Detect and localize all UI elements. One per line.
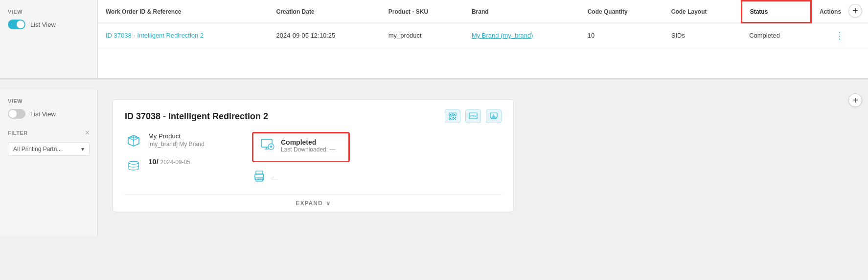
top-layout: VIEW List View + Work Order ID & Referen… (0, 0, 868, 78)
svg-rect-28 (256, 177, 263, 181)
top-toggle-row: List View (8, 20, 90, 29)
download-icon (490, 112, 498, 120)
svg-text:CSV: CSV (470, 115, 476, 118)
bottom-sidebar: VIEW List View FILTER × All Printing Par… (0, 89, 98, 236)
svg-rect-6 (453, 117, 454, 118)
status-icon (260, 138, 276, 156)
product-text: My Product [my_brand] My Brand (148, 132, 205, 148)
top-sidebar: VIEW List View (0, 0, 98, 78)
expand-arrow-icon: ∨ (326, 200, 331, 207)
main-content: + ID 37038 - Intelligent Redirection 2 (98, 89, 868, 236)
col-status: Status (741, 1, 811, 23)
cell-creation-date: 2024-09-05 12:10:25 (269, 23, 381, 48)
bottom-toggle-row: List View (8, 109, 90, 119)
status-text: Completed Last Downloaded: — (281, 138, 335, 153)
svg-rect-10 (455, 119, 456, 120)
card-expand-footer[interactable]: EXPAND ∨ (125, 194, 502, 212)
printer-svg-icon (252, 170, 267, 184)
qr-icon (449, 112, 457, 120)
filter-dropdown[interactable]: All Printing Partn... ▾ (8, 142, 90, 156)
col-code-layout: Code Layout (663, 1, 741, 23)
card-icon-group: CSV (445, 109, 502, 123)
status-last-downloaded: Last Downloaded: — (281, 146, 335, 153)
svg-point-20 (129, 161, 138, 164)
brand-link[interactable]: My Brand (my_brand) (472, 32, 533, 39)
col-product-sku: Product - SKU (381, 1, 464, 23)
filter-value: All Printing Partn... (13, 146, 62, 152)
cell-status: Completed (741, 23, 811, 48)
table-row: ID 37038 - Intelligent Redirection 2 202… (98, 23, 868, 48)
stacked-layers-icon (126, 159, 141, 173)
top-view-label: VIEW (8, 9, 90, 15)
top-add-button[interactable]: + (848, 4, 862, 18)
top-section: VIEW List View + Work Order ID & Referen… (0, 0, 868, 79)
cell-code-quantity: 10 (580, 23, 663, 48)
col-creation-date: Creation Date (269, 1, 381, 23)
svg-line-18 (128, 138, 134, 140)
col-work-order: Work Order ID & Reference (98, 1, 269, 23)
top-table-area: + Work Order ID & Reference Creation Dat… (98, 0, 868, 78)
bottom-list-view-label: List View (30, 110, 56, 118)
status-completed-label: Completed (281, 138, 335, 146)
code-count: 10/ (148, 157, 159, 166)
bottom-add-button[interactable]: + (848, 93, 862, 107)
qr-code-button[interactable] (445, 109, 460, 123)
monitor-icon (260, 138, 276, 153)
card-right-column: Completed Last Downloaded: — (252, 132, 350, 187)
status-box: Completed Last Downloaded: — (252, 132, 350, 162)
product-brand: [my_brand] My Brand (148, 141, 205, 148)
svg-rect-1 (450, 114, 451, 115)
card-body: My Product [my_brand] My Brand (125, 132, 502, 194)
download-button[interactable] (486, 109, 502, 123)
cell-work-order[interactable]: ID 37038 - Intelligent Redirection 2 (98, 23, 269, 48)
csv-download-button[interactable]: CSV (465, 109, 481, 123)
product-icon (125, 132, 142, 150)
actions-menu-button[interactable]: ⋮ (819, 30, 860, 41)
work-orders-table: Work Order ID & Reference Creation Date … (98, 0, 868, 48)
package-icon (126, 133, 141, 148)
card-left-column: My Product [my_brand] My Brand (125, 132, 232, 187)
print-dashes-text: — (272, 175, 278, 182)
print-item: — (252, 170, 350, 187)
filter-label: FILTER (8, 130, 28, 136)
card-header: ID 37038 - Intelligent Redirection 2 (125, 109, 502, 123)
code-count-text: 10/ 2024-09-05 (148, 157, 190, 166)
svg-rect-5 (450, 118, 451, 119)
cell-code-layout: SIDs (663, 23, 741, 48)
work-order-card: ID 37038 - Intelligent Redirection 2 (113, 99, 514, 212)
layers-icon (125, 157, 142, 175)
col-code-quantity: Code Quantity (580, 1, 663, 23)
code-count-item: 10/ 2024-09-05 (125, 157, 232, 175)
svg-line-19 (134, 138, 139, 140)
filter-row: FILTER × (8, 129, 90, 137)
cell-actions[interactable]: ⋮ (811, 23, 868, 48)
filter-arrow-icon: ▾ (81, 146, 84, 152)
csv-icon: CSV (469, 112, 478, 120)
top-list-view-label: List View (30, 21, 56, 28)
bottom-section: VIEW List View FILTER × All Printing Par… (0, 80, 868, 246)
code-date: 2024-09-05 (160, 159, 190, 166)
printer-icon (252, 170, 267, 187)
work-order-link[interactable]: ID 37038 - Intelligent Redirection 2 (106, 32, 204, 39)
expand-label: EXPAND (296, 200, 322, 207)
svg-rect-7 (455, 117, 456, 118)
cell-brand[interactable]: My Brand (my_brand) (464, 23, 580, 48)
svg-rect-9 (453, 119, 454, 120)
svg-point-31 (263, 175, 264, 176)
bottom-layout: VIEW List View FILTER × All Printing Par… (0, 89, 868, 236)
top-list-view-toggle[interactable] (8, 20, 25, 29)
bottom-list-view-toggle[interactable] (8, 109, 25, 119)
cell-product-sku: my_product (381, 23, 464, 48)
col-brand: Brand (464, 1, 580, 23)
svg-rect-3 (454, 114, 455, 115)
card-title: ID 37038 - Intelligent Redirection 2 (125, 111, 268, 122)
product-item: My Product [my_brand] My Brand (125, 132, 232, 150)
bottom-view-label: VIEW (8, 98, 90, 104)
product-name: My Product (148, 132, 205, 141)
filter-close-icon[interactable]: × (85, 129, 90, 137)
svg-rect-8 (454, 118, 455, 119)
